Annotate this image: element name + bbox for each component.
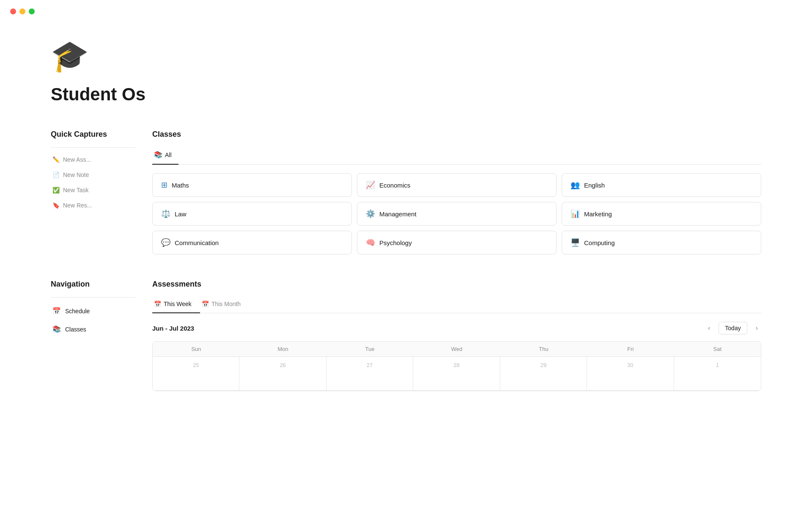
day-header-tue: Tue [326,342,413,357]
day-header-mon: Mon [239,342,326,357]
schedule-icon: 📅 [52,307,61,315]
calendar-cell-3[interactable]: 28 [413,357,500,391]
law-icon: ⚖️ [161,209,170,218]
day-header-thu: Thu [500,342,587,357]
schedule-label: Schedule [65,308,90,315]
maximize-button[interactable] [29,8,35,14]
bottom-section: Navigation 📅 Schedule 📚 Classes Assessme… [51,280,761,391]
cal-date-29: 29 [505,362,582,368]
class-economics[interactable]: 📈 Economics [357,173,557,197]
new-task-item[interactable]: ✅ New Task [51,183,135,197]
navigation-header: Navigation [51,280,135,289]
new-task-label: New Task [63,187,88,193]
navigation-section: Navigation 📅 Schedule 📚 Classes [51,280,135,391]
cal-date-26: 26 [244,362,321,368]
day-header-wed: Wed [413,342,500,357]
cal-date-27: 27 [331,362,409,368]
management-icon: ⚙️ [366,209,375,218]
classes-section: Classes 📚 All ⊞ Maths 📈 Economics [152,130,761,254]
bookmark-icon: 🔖 [52,202,60,209]
class-management[interactable]: ⚙️ Management [357,202,557,226]
english-label: English [584,182,605,189]
nav-classes[interactable]: 📚 Classes [51,321,135,337]
class-psychology[interactable]: 🧠 Psychology [357,231,557,254]
new-assignment-label: New Ass... [63,156,91,163]
top-section: Quick Captures ✏️ New Ass... 📄 New Note … [51,130,761,254]
calendar-header: Jun - Jul 2023 ‹ Today › [152,322,761,334]
calendar-cell-6[interactable]: 1 [674,357,761,391]
management-label: Management [379,210,417,218]
marketing-label: Marketing [584,210,612,218]
graduation-cap-icon: 🎓 [51,38,89,74]
cal-date-30: 30 [591,362,669,368]
communication-icon: 💬 [161,238,170,247]
class-marketing[interactable]: 📊 Marketing [562,202,761,226]
calendar-date-range: Jun - Jul 2023 [152,325,194,332]
class-communication[interactable]: 💬 Communication [152,231,352,254]
check-icon: ✅ [52,187,60,193]
class-maths[interactable]: ⊞ Maths [152,173,352,197]
english-icon: 👥 [571,180,580,190]
classes-nav-icon: 📚 [52,325,61,333]
logo-area: 🎓 [51,38,761,74]
calendar-cell-5[interactable]: 30 [587,357,674,391]
classes-tabs: 📚 All [152,147,761,165]
main-content: 🎓 Student Os Quick Captures ✏️ New Ass..… [0,13,812,417]
cal-date-28: 28 [417,362,495,368]
psychology-label: Psychology [379,239,412,246]
calendar-grid: Sun Mon Tue Wed Thu Fri Sat 25 26 27 28 [152,341,761,391]
calendar-cell-4[interactable]: 29 [500,357,587,391]
classes-header: Classes [152,130,761,139]
economics-icon: 📈 [366,180,375,190]
books-icon: 📚 [154,151,162,159]
classes-grid: ⊞ Maths 📈 Economics 👥 English ⚖️ Law ⚙️ [152,173,761,254]
assessments-section: Assessments 📅 This Week 📅 This Month Jun… [152,280,761,391]
note-icon: 📄 [52,171,60,178]
law-label: Law [175,210,187,218]
minimize-button[interactable] [19,8,25,14]
psychology-icon: 🧠 [366,238,375,247]
this-week-calendar-icon: 📅 [154,301,161,307]
day-header-sat: Sat [674,342,761,357]
calendar-today-button[interactable]: Today [719,322,747,334]
page-title: Student Os [51,84,761,105]
class-english[interactable]: 👥 English [562,173,761,197]
nav-schedule[interactable]: 📅 Schedule [51,303,135,319]
communication-label: Communication [175,239,219,246]
new-resource-item[interactable]: 🔖 New Res... [51,199,135,212]
economics-label: Economics [379,182,410,189]
day-header-fri: Fri [587,342,674,357]
cal-date-25: 25 [157,362,235,368]
window-controls [0,0,45,23]
calendar-cell-1[interactable]: 26 [239,357,326,391]
navigation-list: 📅 Schedule 📚 Classes [51,297,135,337]
quick-captures-list: ✏️ New Ass... 📄 New Note ✅ New Task 🔖 Ne… [51,147,135,212]
new-note-label: New Note [63,171,89,178]
calendar-prev-button[interactable]: ‹ [705,323,713,334]
calendar-cell-0[interactable]: 25 [153,357,239,391]
tab-all[interactable]: 📚 All [152,147,178,165]
class-law[interactable]: ⚖️ Law [152,202,352,226]
class-computing[interactable]: 🖥️ Computing [562,231,761,254]
edit-icon: ✏️ [52,156,60,163]
calendar-navigation: ‹ Today › [705,322,761,334]
computing-icon: 🖥️ [571,238,580,247]
new-resource-label: New Res... [63,202,92,209]
computing-label: Computing [584,239,615,246]
maths-label: Maths [172,182,189,189]
marketing-icon: 📊 [571,209,580,218]
close-button[interactable] [10,8,16,14]
tab-this-week[interactable]: 📅 This Week [152,297,200,313]
calendar-next-button[interactable]: › [752,323,761,334]
maths-icon: ⊞ [161,180,167,190]
new-note-item[interactable]: 📄 New Note [51,168,135,182]
this-month-calendar-icon: 📅 [202,301,209,307]
calendar-cell-2[interactable]: 27 [326,357,413,391]
assessments-tabs: 📅 This Week 📅 This Month [152,297,761,313]
assessments-header: Assessments [152,280,761,289]
day-header-sun: Sun [153,342,239,357]
new-assignment-item[interactable]: ✏️ New Ass... [51,153,135,166]
quick-captures-header: Quick Captures [51,130,135,139]
tab-this-month[interactable]: 📅 This Month [200,297,249,313]
quick-captures-section: Quick Captures ✏️ New Ass... 📄 New Note … [51,130,135,254]
